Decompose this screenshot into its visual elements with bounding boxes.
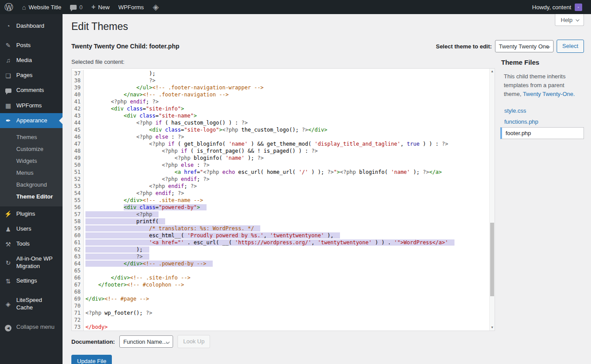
code-line[interactable]: 55 </div><!-- .site-name --> [72,197,495,204]
scroll-up-arrow[interactable]: ▲ [490,69,495,74]
code-line[interactable]: 67 </footer><!-- #colophon --> [72,281,495,288]
code-line[interactable]: 66 </div><!-- .site-info --> [72,274,495,281]
sidebar-item-wpforms[interactable]: ▦WPForms [0,98,63,113]
documentation-select[interactable]: Function Name... [119,335,173,348]
code-line[interactable]: 47 <?php if ( get_bloginfo( 'name' ) && … [72,140,495,147]
code-line[interactable]: 43 <div class="site-name"> [72,112,495,119]
wpforms-menu[interactable]: WPForms [114,0,148,14]
sidebar-item-users[interactable]: ♟Users [0,222,63,237]
code-line[interactable]: 44 <?php if ( has_custom_logo() ) : ?> [72,119,495,126]
theme-select[interactable]: Twenty Twenty One [495,40,554,52]
theme-file-list: style.cssfunctions.phpfooter.php [500,105,584,139]
code-line[interactable]: 68 [72,288,495,295]
lookup-button[interactable]: Look Up [177,335,210,348]
site-name-menu[interactable]: ⌂ Website Title [18,0,66,14]
sidebar-item-appearance[interactable]: ✒Appearance [0,113,63,128]
code-line[interactable]: 69</div><!-- #page --> [72,295,495,302]
file-item-functions-php[interactable]: functions.php [500,116,584,127]
submenu-item-customize[interactable]: Customize [0,143,63,155]
code-line[interactable]: 50 <?php else : ?> [72,162,495,169]
code-line[interactable]: 64 </div><!-- .powered-by --> [72,260,495,267]
code-line[interactable]: 58 printf( [72,218,495,225]
submenu-item-widgets[interactable]: Widgets [0,155,63,167]
sidebar-item-collapse-menu[interactable]: ◀Collapse menu [0,320,63,335]
sidebar-item-all-in-one-wp-migration[interactable]: ↻All-in-One WP Migration [0,252,63,274]
line-number: 42 [72,105,84,112]
sidebar-item-label: Users [16,225,31,233]
scrollbar-thumb[interactable] [490,223,494,296]
code-line[interactable]: 71<?php wp_footer(); ?> [72,309,495,316]
code-line[interactable]: 48 <?php if ( is_front_page() && ! is_pa… [72,147,495,154]
code-text [84,267,85,274]
migration-admin-bar-menu[interactable]: ◈ [148,0,163,14]
sidebar-item-litespeed-cache[interactable]: ◈LiteSpeed Cache [0,293,63,315]
code-line[interactable]: 70 [72,302,495,309]
appearance-submenu: ThemesCustomizeWidgetsMenusBackgroundThe… [0,128,63,206]
diamond-icon: ◈ [153,3,159,11]
sidebar-item-plugins[interactable]: ⚡Plugins [0,206,63,221]
comments-menu[interactable]: 0 [66,0,87,14]
code-line[interactable]: 52 <?php endif; ?> [72,176,495,183]
line-number: 71 [72,309,84,316]
code-line[interactable]: 73</body> [72,324,495,331]
line-number: 70 [72,302,84,309]
code-text: <a href="<?php echo esc_url( home_url( '… [84,169,442,176]
file-item-footer-php[interactable]: footer.php [500,127,584,139]
code-line[interactable]: 60 esc_html__( 'Proudly powered by %s.',… [72,232,495,239]
code-line[interactable]: 65 [72,267,495,274]
new-label: New [98,4,110,11]
submenu-item-background[interactable]: Background [0,179,63,191]
litespeed-icon: ◈ [4,300,12,308]
code-line[interactable]: 39 </ul><!-- .footer-navigation-wrapper … [72,84,495,91]
sidebar-item-comments[interactable]: Comments [0,83,63,98]
code-line[interactable]: 40 </nav><!-- .footer-navigation --> [72,91,495,98]
submenu-item-theme-editor[interactable]: Theme Editor [0,191,63,202]
sidebar-item-dashboard[interactable]: ◔Dashboard [0,18,63,33]
update-file-button[interactable]: Update File [71,355,112,364]
code-line[interactable]: 46 <?php else : ?> [72,133,495,140]
parent-theme-link[interactable]: Twenty Twenty-One. [523,91,575,97]
migration-icon: ↻ [4,259,12,267]
code-line[interactable]: 59 /* translators: %s: WordPress. */ [72,225,495,232]
submenu-item-themes[interactable]: Themes [0,131,63,143]
editor-scrollbar[interactable]: ▲ ▼ [489,69,495,331]
code-line[interactable]: 54 <?php endif; ?> [72,190,495,197]
code-line[interactable]: 53 <?php endif; ?> [72,183,495,190]
code-line[interactable]: 72 [72,316,495,324]
howdy-menu[interactable]: Howdy, content ▪ [528,0,587,14]
code-line[interactable]: 62 ); [72,246,495,253]
sidebar-item-posts[interactable]: ✎Posts [0,38,63,53]
wordpress-logo-menu[interactable]: Ⓦ [0,0,18,14]
help-button[interactable]: Help [555,14,584,26]
new-content-menu[interactable]: + New [87,0,114,14]
chevron-down-icon [576,18,579,21]
line-number: 58 [72,218,84,225]
code-line[interactable]: 57 <?php [72,211,495,218]
code-line[interactable]: 45 <div class="site-logo"><?php the_cust… [72,126,495,133]
scroll-down-arrow[interactable]: ▼ [490,325,495,331]
code-editor[interactable]: 37 );38 ?>39 </ul><!-- .footer-navigatio… [71,68,495,331]
code-line[interactable]: 37 ); [72,70,495,77]
sidebar-item-settings[interactable]: ⇅Settings [0,274,63,289]
sidebar-item-label: All-in-One WP Migration [16,255,60,270]
select-theme-button[interactable]: Select [557,40,584,53]
sidebar-item-pages[interactable]: ❏Pages [0,68,63,83]
submenu-item-menus[interactable]: Menus [0,167,63,179]
sidebar-item-tools[interactable]: ⚒Tools [0,237,63,252]
code-line[interactable]: 51 <a href="<?php echo esc_url( home_url… [72,169,495,176]
code-line[interactable]: 41 <?php endif; ?> [72,98,495,105]
select-theme-label: Select theme to edit: [436,43,492,50]
code-line[interactable]: 56 <div class="powered-by"> [72,204,495,211]
code-line[interactable]: 49 <?php bloginfo( 'name' ); ?> [72,154,495,162]
code-line[interactable]: 42 <div class="site-info"> [72,105,495,112]
wordpress-logo-icon: Ⓦ [4,1,13,13]
code-line[interactable]: 61 '<a href="' . esc_url( __( 'https://w… [72,239,495,246]
line-number: 62 [72,246,84,253]
sidebar-item-media[interactable]: ♫Media [0,53,63,68]
line-number: 39 [72,84,84,91]
code-text: <?php [84,211,159,218]
code-line[interactable]: 38 ?> [72,77,495,84]
code-line[interactable]: 63 ?> [72,253,495,260]
file-item-style-css[interactable]: style.css [500,105,584,116]
sidebar-item-label: Comments [16,87,44,94]
